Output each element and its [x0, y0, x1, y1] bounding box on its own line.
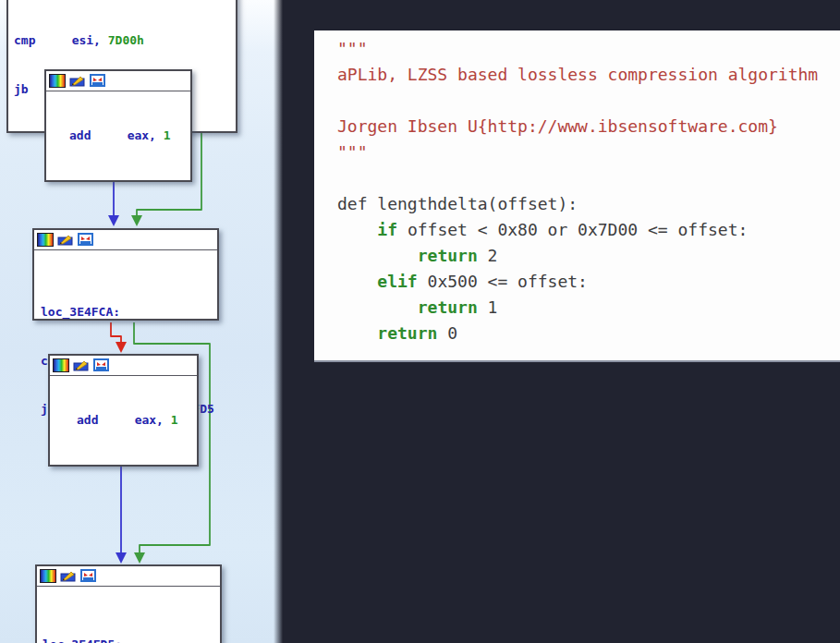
asm-label-line: loc_3E4FCA:	[41, 304, 217, 321]
edge-blue-1-arrowhead	[108, 215, 119, 226]
code-line: aPLib, LZSS based lossless compression a…	[337, 62, 840, 88]
code-line: return 1	[337, 295, 840, 321]
code-line: if offset < 0x80 or 0x7D00 <= offset:	[337, 217, 840, 243]
disassembly-graph-pane[interactable]: cmp esi, 7D00h jb short loc_3E4FCA add e…	[0, 0, 283, 643]
node-edit-icon[interactable]	[57, 233, 74, 247]
code-line	[337, 88, 840, 114]
code-line	[337, 165, 840, 191]
node-color-icon[interactable]	[40, 569, 56, 583]
node-group-icon[interactable]	[78, 233, 94, 247]
code-line: """	[337, 36, 840, 62]
edge-green-1-arrowhead	[131, 215, 142, 226]
code-line: Jorgen Ibsen U{http://www.ibsensoftware.…	[337, 114, 840, 140]
node-edit-icon[interactable]	[73, 358, 90, 372]
edge-blue-2-arrowhead	[116, 552, 127, 564]
asm-line: cmp esi, 7D00h	[14, 32, 236, 49]
add-eax-1-block-lower[interactable]: add eax, 1	[48, 354, 199, 467]
node-group-icon[interactable]	[90, 74, 106, 88]
loc-3e4fca-block[interactable]: loc_3E4FCA: cmp esi, 500h jb short loc_3…	[32, 228, 219, 321]
node-group-icon[interactable]	[93, 358, 110, 372]
code-line: """	[337, 140, 840, 165]
code-line: return 2	[337, 243, 840, 269]
edge-green-2-arrowhead	[134, 552, 145, 564]
node-edit-icon[interactable]	[60, 569, 77, 583]
asm-line: add eax, 1	[69, 127, 190, 144]
loc-3e4fd5-block[interactable]: loc_3E4FD5: cmp esi, 80h jb short loc_3E…	[35, 564, 222, 643]
asm-line: add eax, 1	[77, 412, 197, 429]
code-line: def lengthdelta(offset):	[337, 191, 840, 217]
node-titlebar	[46, 71, 190, 91]
python-code-panel[interactable]: """ aPLib, LZSS based lossless compressi…	[314, 30, 840, 362]
asm-label-line: loc_3E4FD5:	[43, 637, 220, 643]
code-line: return 0	[337, 321, 840, 346]
node-color-icon[interactable]	[49, 74, 66, 88]
node-edit-icon[interactable]	[69, 74, 86, 88]
code-line: elif 0x500 <= offset:	[337, 269, 840, 295]
node-titlebar	[37, 566, 220, 587]
node-titlebar	[34, 230, 217, 250]
add-eax-1-block-upper[interactable]: add eax, 1	[44, 69, 192, 182]
node-color-icon[interactable]	[53, 358, 69, 372]
node-titlebar	[50, 356, 197, 376]
node-color-icon[interactable]	[37, 233, 54, 247]
node-group-icon[interactable]	[80, 569, 97, 583]
pane-edge-fade	[274, 0, 283, 643]
